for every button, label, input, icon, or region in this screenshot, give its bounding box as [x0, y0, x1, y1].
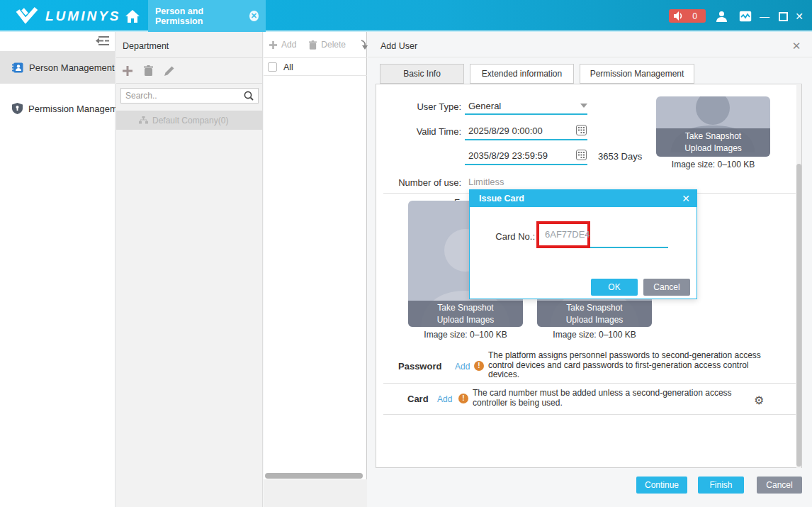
- dialog-close-icon[interactable]: ✕: [790, 40, 803, 52]
- password-add-link[interactable]: Add: [455, 362, 470, 372]
- tab-basic-info[interactable]: Basic Info: [380, 64, 464, 84]
- upload-images-button[interactable]: Upload Images: [537, 314, 652, 326]
- department-tree-item-default-company[interactable]: Default Company(0): [116, 111, 263, 130]
- field-underline: [465, 139, 587, 140]
- issue-card-modal-header[interactable]: Issue Card ✕: [469, 189, 697, 207]
- brand: LUMINYS: [16, 6, 121, 27]
- add-person-label[interactable]: Add: [281, 40, 296, 50]
- image-size-hint: Image size: 0–100 KB: [408, 330, 523, 340]
- warning-icon: !: [474, 361, 484, 371]
- sidebar: Person Management Permission Management: [0, 32, 115, 507]
- tab-label: Basic Info: [403, 69, 441, 79]
- divider: [383, 383, 796, 384]
- tree-item-label: Default Company(0): [152, 116, 228, 126]
- vertical-scrollbar-thumb[interactable]: [796, 164, 801, 467]
- delete-person-label[interactable]: Delete: [321, 40, 346, 50]
- valid-from-input[interactable]: 2025/8/29 0:00:00: [468, 126, 543, 136]
- sidebar-item-label: Person Management: [29, 62, 115, 73]
- titlebar-tab-person-and-permission[interactable]: Person and Permission ✕: [148, 0, 266, 32]
- password-label: Password: [398, 361, 441, 372]
- finish-button[interactable]: Finish: [698, 477, 744, 494]
- modal-close-icon[interactable]: ✕: [682, 193, 690, 204]
- image-size-hint: Image size: 0–100 KB: [656, 160, 770, 169]
- card-no-input[interactable]: 6AF77DE4: [545, 229, 590, 240]
- organization-icon: [139, 116, 148, 124]
- card-no-label: Card No.:: [495, 231, 535, 242]
- calendar-icon[interactable]: [576, 150, 587, 160]
- warning-icon: !: [458, 394, 468, 403]
- issue-card-cancel-button[interactable]: Cancel: [643, 279, 690, 296]
- monitor-status-icon[interactable]: [739, 11, 752, 22]
- divider: [368, 57, 812, 57]
- department-panel-title: Department: [123, 41, 169, 51]
- person-management-icon: [12, 62, 23, 73]
- dialog-title: Add User: [380, 41, 417, 51]
- annotation-highlight-box: 6AF77DE4: [536, 221, 590, 248]
- vertical-scrollbar[interactable]: [796, 85, 801, 468]
- tab-label: Permission Management: [590, 69, 684, 79]
- delete-person-icon[interactable]: [309, 40, 317, 50]
- tab-close-icon[interactable]: ✕: [249, 11, 259, 21]
- home-icon[interactable]: [125, 9, 140, 24]
- take-snapshot-button[interactable]: Take Snapshot: [408, 302, 523, 314]
- gear-icon[interactable]: ⚙: [754, 394, 764, 407]
- collapse-sidebar-icon[interactable]: [95, 35, 111, 47]
- card-description: The card number must be added unless a s…: [473, 389, 746, 408]
- valid-to-input[interactable]: 2035/8/29 23:59:59: [468, 150, 548, 161]
- continue-button[interactable]: Continue: [636, 477, 687, 494]
- divider: [383, 414, 796, 415]
- person-list-panel: Add Delete All: [264, 32, 367, 507]
- cancel-button-label: Cancel: [766, 480, 792, 490]
- titlebar: LUMINYS Person and Permission ✕ 0: [0, 0, 812, 32]
- department-search-input[interactable]: Search..: [120, 88, 259, 104]
- take-snapshot-button[interactable]: Take Snapshot: [537, 302, 652, 314]
- chevron-down-icon[interactable]: [580, 104, 587, 108]
- select-all-label: All: [283, 62, 293, 72]
- issue-card-ok-button[interactable]: OK: [591, 279, 638, 296]
- tab-label: Extended information: [482, 69, 562, 79]
- tab-permission-management[interactable]: Permission Management: [580, 64, 694, 84]
- person-photo-placeholder[interactable]: Take Snapshot Upload Images: [656, 96, 770, 157]
- titlebar-tab-label: Person and Permission: [155, 6, 244, 26]
- app-window: LUMINYS Person and Permission ✕ 0: [0, 0, 812, 507]
- calendar-icon[interactable]: [576, 125, 587, 135]
- person-list-toolbar: Add Delete: [264, 32, 367, 58]
- valid-time-label: Valid Time:: [396, 126, 461, 137]
- minimize-icon[interactable]: —: [758, 10, 771, 23]
- tab-extended-information[interactable]: Extended information: [470, 64, 574, 84]
- search-icon[interactable]: [244, 91, 254, 101]
- sidebar-item-person-management[interactable]: Person Management: [0, 51, 115, 84]
- delete-department-icon[interactable]: [144, 65, 153, 76]
- take-snapshot-button[interactable]: Take Snapshot: [656, 130, 770, 143]
- close-icon[interactable]: ✕: [793, 10, 806, 23]
- upload-images-button[interactable]: Upload Images: [408, 314, 523, 326]
- luminys-logo-icon: [16, 7, 40, 26]
- issue-card-modal: Issue Card ✕ Card No.: 6AF77DE4 OK Cance…: [469, 189, 697, 299]
- sidebar-item-permission-management[interactable]: Permission Management: [0, 92, 115, 125]
- user-type-label: User Type:: [396, 101, 461, 112]
- maximize-icon[interactable]: [777, 10, 789, 23]
- department-panel: Department Search.: [116, 32, 263, 507]
- number-of-use-label: Number of use:: [385, 177, 461, 188]
- user-type-value[interactable]: General: [468, 101, 501, 111]
- select-all-row[interactable]: All: [264, 59, 367, 76]
- finish-button-label: Finish: [709, 480, 732, 490]
- password-description: The platform assigns personnel passwords…: [488, 351, 762, 380]
- edit-department-icon[interactable]: [164, 66, 174, 76]
- divider: [116, 57, 263, 58]
- number-of-use-value[interactable]: Limitless: [468, 177, 504, 187]
- add-department-icon[interactable]: [123, 66, 132, 76]
- issue-card-modal-title: Issue Card: [479, 194, 682, 204]
- alarm-sound-badge[interactable]: 0: [669, 9, 706, 23]
- select-all-checkbox[interactable]: [268, 62, 277, 72]
- cancel-button-label: Cancel: [653, 282, 680, 292]
- horizontal-scrollbar[interactable]: [265, 473, 363, 479]
- card-add-link[interactable]: Add: [437, 394, 452, 404]
- shield-icon: [12, 103, 23, 114]
- ok-button-label: OK: [608, 282, 620, 292]
- department-toolbar: [123, 65, 174, 76]
- user-account-icon[interactable]: [716, 11, 728, 22]
- upload-images-button[interactable]: Upload Images: [656, 143, 770, 155]
- add-person-icon[interactable]: [269, 41, 277, 49]
- cancel-button[interactable]: Cancel: [757, 477, 802, 494]
